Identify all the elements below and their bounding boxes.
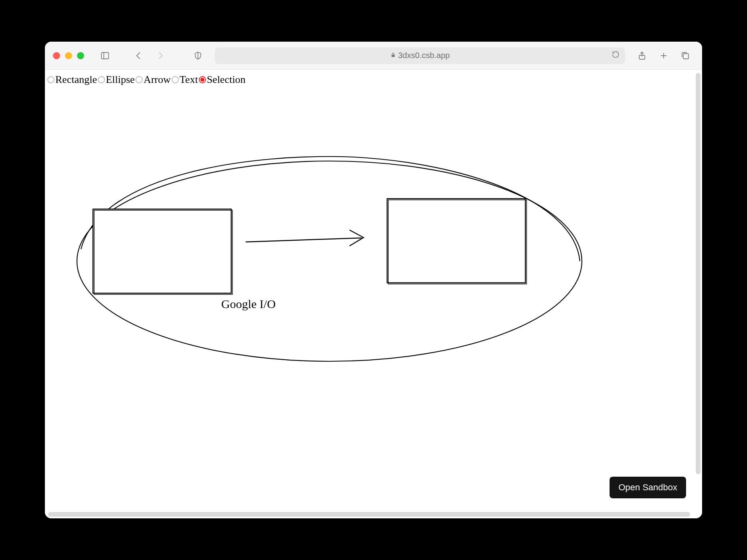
vertical-scrollbar[interactable] (696, 73, 701, 474)
svg-rect-10 (387, 199, 525, 283)
radio-icon (172, 76, 179, 83)
forward-icon[interactable] (155, 50, 166, 61)
radio-icon (47, 76, 55, 83)
new-tab-icon[interactable] (658, 50, 669, 61)
svg-rect-0 (101, 52, 109, 59)
svg-rect-8 (93, 209, 231, 293)
window-controls (53, 52, 84, 59)
svg-rect-2 (391, 54, 394, 57)
back-icon[interactable] (133, 50, 144, 61)
shield-icon[interactable] (192, 50, 204, 61)
titlebar: 3dxs0.csb.app (45, 42, 702, 70)
tool-ellipse[interactable]: Ellipse (98, 74, 135, 86)
tool-label: Ellipse (106, 74, 135, 86)
tool-arrow[interactable]: Arrow (135, 74, 171, 86)
canvas-svg (45, 88, 702, 518)
radio-icon (98, 76, 105, 83)
share-icon[interactable] (636, 50, 648, 61)
tool-rectangle[interactable]: Rectangle (47, 74, 97, 86)
minimize-window-button[interactable] (65, 52, 72, 59)
tabs-icon[interactable] (680, 50, 691, 61)
horizontal-scrollbar[interactable] (48, 512, 690, 517)
drawing-canvas[interactable]: Google I/O (45, 88, 702, 518)
tool-label: Selection (207, 74, 246, 86)
shape-rectangle-left[interactable] (93, 209, 232, 294)
shape-arrow[interactable] (246, 230, 363, 246)
maximize-window-button[interactable] (77, 52, 84, 59)
browser-window: 3dxs0.csb.app Rectangle Ellipse (45, 42, 702, 518)
tool-palette: Rectangle Ellipse Arrow Text Selection (45, 70, 702, 90)
tool-label: Text (180, 74, 198, 86)
svg-line-12 (246, 238, 361, 242)
shape-rectangle-right[interactable] (387, 199, 527, 284)
tool-label: Arrow (143, 74, 171, 86)
open-sandbox-button[interactable]: Open Sandbox (610, 477, 686, 498)
svg-rect-6 (683, 54, 688, 59)
shape-text[interactable]: Google I/O (221, 297, 276, 311)
address-text: 3dxs0.csb.app (398, 51, 450, 60)
radio-icon (199, 76, 206, 83)
address-bar[interactable]: 3dxs0.csb.app (215, 47, 625, 64)
page-content: Rectangle Ellipse Arrow Text Selection (45, 70, 702, 518)
radio-icon (135, 76, 143, 83)
lock-icon (390, 52, 396, 60)
tool-selection[interactable]: Selection (199, 74, 246, 86)
close-window-button[interactable] (53, 52, 60, 59)
tool-label: Rectangle (55, 74, 97, 86)
sidebar-toggle-icon[interactable] (99, 50, 111, 61)
reload-icon[interactable] (612, 50, 620, 60)
tool-text[interactable]: Text (172, 74, 198, 86)
